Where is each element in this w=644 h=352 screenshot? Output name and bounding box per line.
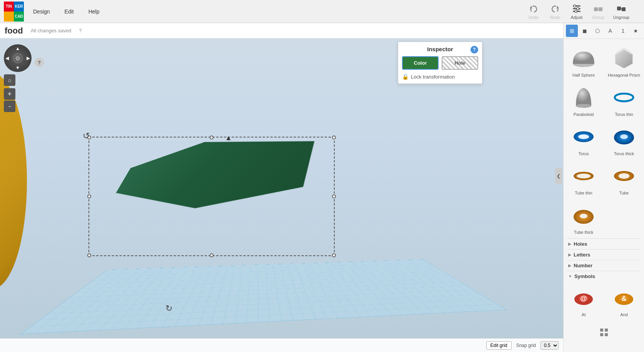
and-label: And [620,312,628,317]
torus-thin-canvas [610,84,638,111]
handle-bottom-right[interactable] [332,253,336,257]
svg-rect-6 [594,7,598,11]
number-chevron: ▶ [568,263,571,268]
sidebar-star-icon[interactable]: ★ [630,25,642,37]
svg-point-3 [574,5,576,7]
tube-label: Tube [619,191,629,195]
shape-tube[interactable]: Tube [607,160,641,198]
zoom-controls: + - [4,88,32,112]
nav-controls: ▲ ▼ ◀ ▶ ⊙ ⌂ + - [4,44,32,112]
svg-point-13 [576,104,591,108]
nav-left-arrow[interactable]: ◀ [5,55,9,61]
right-sidebar: ⊞ ◼ ⬡ A 1 ★ [563,23,644,352]
section-letters[interactable]: ▶ Letters [567,249,641,260]
lock-label: Lock transformation [411,74,455,80]
svg-rect-32 [605,329,608,332]
svg-point-14 [615,94,633,101]
zoom-in-btn[interactable]: + [4,88,15,100]
handle-top-left[interactable] [87,136,91,139]
sidebar-cube-icon[interactable]: ◼ [579,25,591,37]
sidebar-grid-icon[interactable]: ⊞ [566,25,578,37]
half-sphere-label: Half Sphere [572,73,595,77]
svg-rect-33 [600,333,603,336]
svg-point-16 [578,134,589,139]
menu-edit[interactable]: Edit [59,6,79,17]
undo-button[interactable]: Undo [524,2,543,21]
snap-grid-select[interactable]: 0.5 [541,341,559,350]
hole-button[interactable]: Hole [442,56,478,70]
at-canvas: @ [570,284,597,312]
menu-design[interactable]: Design [28,6,55,17]
toolbar: Undo Redo Adjust [524,2,632,21]
shape-torus-thick[interactable]: Torus thick [607,121,641,158]
adjust-button[interactable]: Adjust [567,2,586,21]
handle-bottom-mid[interactable] [210,253,214,257]
collapse-sidebar-btn[interactable]: ❮ [555,168,562,184]
handle-top-right[interactable] [332,136,336,139]
nav-right-arrow[interactable]: ▶ [27,55,30,61]
nav-down-arrow[interactable]: ▼ [15,65,20,70]
color-button[interactable]: Color [402,56,439,70]
shape-torus-thin[interactable]: Torus thin [607,81,641,119]
rotation-arrow-topleft[interactable]: ↺ [83,131,90,141]
paraboloid-canvas [570,84,597,111]
view-home-btn[interactable]: ⌂ [4,74,15,86]
nav-up-arrow[interactable]: ▲ [15,46,20,51]
handle-bottom-left[interactable] [87,253,91,257]
hex-prism-label: Hexagonal Prism [608,73,640,77]
shape-row-4: Tube thin [567,160,641,198]
shape-torus[interactable]: Torus [567,121,601,158]
shape-hexagonal-prism[interactable]: Hexagonal Prism [607,42,641,80]
svg-point-22 [619,173,629,179]
svg-rect-31 [600,329,603,332]
svg-rect-9 [622,7,626,11]
shape-tube-thick[interactable]: Tube thick [567,199,601,237]
topbar: TIN KER CAD Design Edit Help Undo [0,0,644,23]
shape-row-5: Tube thick [567,199,641,237]
handle-top-mid[interactable] [210,136,214,139]
nav-wheel[interactable]: ▲ ▼ ◀ ▶ ⊙ [4,44,32,72]
sidebar-icon-bar: ⊞ ◼ ⬡ A 1 ★ [564,23,644,39]
redo-button[interactable]: Redo [546,2,565,21]
help-circle[interactable]: ? [35,58,44,67]
scene[interactable]: ↺ ↻ ▲ [0,39,563,352]
menu-help[interactable]: Help [83,6,105,17]
sidebar-number-icon[interactable]: 1 [617,25,629,37]
handle-right-mid[interactable] [332,194,336,198]
lock-transformation-row[interactable]: 🔒 Lock transformation [402,74,478,80]
sidebar-text-icon[interactable]: A [604,25,616,37]
symbol-and[interactable]: & And [607,282,641,319]
section-number[interactable]: ▶ Number [567,260,641,271]
viewport[interactable]: food All changes saved ? [0,23,563,352]
autosave-status: All changes saved [31,28,72,34]
symbol-at[interactable]: @ At [567,282,601,319]
svg-point-18 [620,134,628,139]
half-sphere-canvas [570,44,597,72]
edit-grid-button[interactable]: Edit grid [486,341,512,350]
handle-left-mid[interactable] [87,194,91,198]
holes-chevron: ▶ [568,242,571,246]
torus-label: Torus [579,151,589,156]
green-shape-object[interactable] [102,127,317,212]
sidebar-wire-icon[interactable]: ⬡ [591,25,603,37]
ungroup-button[interactable]: Ungroup [610,2,632,21]
project-bar: food All changes saved ? [0,23,563,39]
nav-center-btn[interactable]: ⊙ [12,53,23,64]
number-label: Number [574,263,592,268]
svg-rect-8 [617,7,621,10]
move-indicator-top: ▲ [225,134,232,142]
logo[interactable]: TIN KER CAD [4,2,24,22]
group-button[interactable]: Group [589,2,608,21]
symbols-label: Symbols [574,273,595,279]
shape-paraboloid[interactable]: Paraboloid [567,81,601,119]
inspector-panel: ? Inspector Color Hole 🔒 Lock transforma… [398,42,482,84]
help-hint[interactable]: ? [79,28,82,34]
shape-half-sphere[interactable]: Half Sphere [567,42,601,80]
section-symbols[interactable]: ▼ Symbols [567,271,641,282]
symbols-row: @ At & And [567,282,641,319]
section-holes[interactable]: ▶ Holes [567,238,641,249]
shape-tube-thin[interactable]: Tube thin [567,160,601,198]
zoom-out-btn[interactable]: - [4,101,15,112]
letters-chevron: ▶ [568,253,571,257]
inspector-help-btn[interactable]: ? [470,46,478,54]
